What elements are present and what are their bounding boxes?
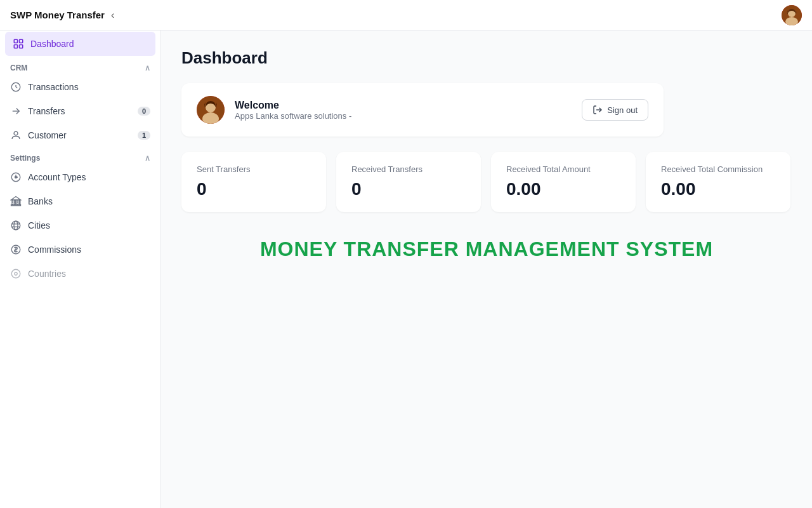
countries-label: Countries bbox=[28, 269, 66, 279]
received-total-amount-value: 0.00 bbox=[506, 179, 620, 199]
svg-marker-18 bbox=[11, 197, 21, 200]
welcome-title: Welcome bbox=[235, 100, 351, 111]
banner-text: MONEY TRANSFER MANAGEMENT SYSTEM bbox=[181, 237, 792, 261]
sidebar-item-dashboard[interactable]: Dashboard bbox=[5, 32, 155, 56]
sidebar-item-countries[interactable]: Countries bbox=[0, 262, 160, 286]
received-total-amount-label: Received Total Amount bbox=[506, 164, 620, 174]
svg-rect-15 bbox=[15, 201, 16, 204]
stat-card-received-transfers: Received Transfers 0 bbox=[336, 152, 481, 212]
transfers-label: Transfers bbox=[28, 106, 65, 116]
banks-label: Banks bbox=[28, 196, 53, 206]
account-types-icon bbox=[10, 171, 22, 183]
cities-icon bbox=[10, 220, 22, 231]
received-total-commission-label: Received Total Commission bbox=[661, 164, 775, 174]
settings-section-header: Settings ∧ bbox=[0, 147, 160, 165]
page-title: Dashboard bbox=[181, 48, 792, 68]
collapse-icon[interactable]: ‹ bbox=[111, 10, 114, 21]
svg-point-26 bbox=[11, 269, 20, 278]
svg-rect-19 bbox=[11, 204, 21, 206]
countries-icon bbox=[10, 268, 22, 279]
bottom-banner: MONEY TRANSFER MANAGEMENT SYSTEM bbox=[181, 212, 792, 274]
svg-rect-3 bbox=[14, 39, 17, 43]
svg-point-11 bbox=[14, 131, 18, 135]
svg-rect-14 bbox=[12, 201, 13, 204]
svg-point-13 bbox=[15, 177, 17, 178]
sidebar: Dashboard CRM ∧ Transactions bbox=[0, 30, 161, 508]
received-transfers-label: Received Transfers bbox=[351, 164, 466, 174]
crm-section-header: CRM ∧ bbox=[0, 57, 160, 75]
svg-point-20 bbox=[11, 221, 20, 230]
sidebar-item-transfers[interactable]: Transfers 0 bbox=[0, 99, 160, 123]
commissions-icon bbox=[10, 244, 22, 255]
crm-chevron-icon[interactable]: ∧ bbox=[145, 64, 150, 72]
welcome-subtitle: Apps Lanka software solutions - bbox=[235, 111, 351, 121]
customer-badge: 1 bbox=[138, 131, 150, 140]
welcome-card: Welcome Apps Lanka software solutions - … bbox=[181, 83, 664, 137]
cities-label: Cities bbox=[28, 220, 50, 231]
svg-point-21 bbox=[14, 221, 18, 230]
sidebar-item-cities[interactable]: Cities bbox=[0, 213, 160, 237]
top-bar: SWP Money Transfer ‹ bbox=[0, 0, 812, 30]
svg-rect-17 bbox=[19, 201, 20, 204]
sign-out-label: Sign out bbox=[607, 105, 638, 115]
sign-out-icon bbox=[593, 105, 603, 115]
transactions-label: Transactions bbox=[28, 82, 79, 92]
sidebar-item-commissions[interactable]: Commissions bbox=[0, 237, 160, 262]
welcome-text: Welcome Apps Lanka software solutions - bbox=[235, 100, 351, 121]
avatar-image bbox=[782, 5, 802, 25]
user-avatar[interactable] bbox=[782, 5, 802, 25]
main-layout: Dashboard CRM ∧ Transactions bbox=[0, 30, 812, 508]
welcome-card-left: Welcome Apps Lanka software solutions - bbox=[197, 96, 351, 124]
sidebar-item-transactions[interactable]: Transactions bbox=[0, 75, 160, 99]
svg-rect-16 bbox=[17, 201, 18, 204]
banks-icon bbox=[10, 196, 22, 207]
svg-rect-6 bbox=[20, 45, 23, 48]
transactions-icon bbox=[10, 81, 22, 93]
stat-card-sent-transfers: Sent Transfers 0 bbox=[181, 152, 326, 212]
commissions-label: Commissions bbox=[28, 244, 81, 255]
customer-label: Customer bbox=[28, 130, 67, 140]
sidebar-item-banks[interactable]: Banks bbox=[0, 189, 160, 213]
transfers-badge: 0 bbox=[138, 107, 150, 116]
stats-grid: Sent Transfers 0 Received Transfers 0 Re… bbox=[181, 152, 790, 212]
customer-icon bbox=[10, 130, 22, 141]
dashboard-icon bbox=[13, 38, 24, 50]
svg-rect-4 bbox=[20, 39, 23, 43]
sent-transfers-value: 0 bbox=[197, 179, 311, 199]
stat-card-received-total-amount: Received Total Amount 0.00 bbox=[491, 152, 636, 212]
svg-rect-5 bbox=[14, 45, 17, 48]
stat-card-received-total-commission: Received Total Commission 0.00 bbox=[646, 152, 790, 212]
settings-section-label: Settings bbox=[10, 154, 40, 163]
sidebar-item-customer[interactable]: Customer 1 bbox=[0, 123, 160, 147]
settings-chevron-icon[interactable]: ∧ bbox=[145, 154, 150, 163]
received-transfers-value: 0 bbox=[351, 179, 466, 199]
crm-section-label: CRM bbox=[10, 64, 27, 72]
sidebar-dashboard-label: Dashboard bbox=[30, 39, 74, 49]
transfers-icon bbox=[10, 105, 22, 117]
svg-point-27 bbox=[15, 272, 18, 276]
account-types-label: Account Types bbox=[28, 172, 86, 182]
svg-line-9 bbox=[16, 87, 17, 88]
content-area: Dashboard Welcome Apps Lanka softwa bbox=[161, 30, 812, 508]
top-bar-right bbox=[782, 5, 802, 25]
top-bar-left: SWP Money Transfer ‹ bbox=[10, 10, 114, 21]
welcome-avatar-image bbox=[197, 96, 225, 124]
sidebar-item-account-types[interactable]: Account Types bbox=[0, 165, 160, 189]
received-total-commission-value: 0.00 bbox=[661, 179, 775, 199]
sent-transfers-label: Sent Transfers bbox=[197, 164, 311, 174]
app-title: SWP Money Transfer bbox=[10, 10, 105, 20]
sign-out-button[interactable]: Sign out bbox=[582, 99, 648, 121]
welcome-avatar bbox=[197, 96, 225, 124]
